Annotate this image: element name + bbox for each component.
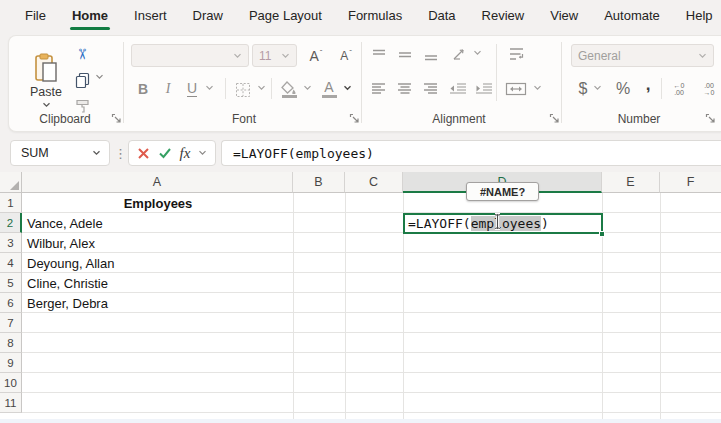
cut-button[interactable]: ✂ (71, 44, 93, 64)
orientation-chevron[interactable] (473, 50, 482, 56)
font-color-button[interactable]: A (319, 78, 339, 100)
font-dialog-launcher[interactable] (349, 113, 361, 125)
row-header-10[interactable]: 10 (0, 373, 22, 393)
paste-clipboard-icon (34, 53, 58, 83)
copy-options-chevron[interactable] (95, 74, 104, 80)
group-divider (561, 42, 562, 123)
italic-button[interactable]: I (159, 78, 177, 100)
decrease-indent-button[interactable] (447, 80, 469, 98)
merge-center-chevron[interactable] (533, 85, 542, 91)
column-header-c[interactable]: C (345, 172, 403, 193)
row-header-11[interactable]: 11 (0, 393, 22, 413)
align-right-button[interactable] (421, 80, 441, 98)
font-name-combo[interactable] (131, 44, 249, 67)
clipboard-group-label: Clipboard (19, 112, 111, 126)
paste-chevron-icon (42, 102, 51, 108)
cell-a6[interactable]: Berger, Debra (23, 293, 291, 313)
tab-home[interactable]: Home (59, 1, 121, 31)
name-box-chevron-icon[interactable] (92, 150, 101, 156)
copy-button[interactable] (71, 70, 93, 90)
enter-button[interactable] (158, 147, 172, 159)
tab-review[interactable]: Review (469, 1, 538, 31)
row-header-2[interactable]: 2 (0, 213, 22, 233)
row-header-7[interactable]: 7 (0, 313, 22, 333)
align-center-icon (397, 82, 413, 96)
tab-file[interactable]: File (12, 1, 59, 31)
row-header-6[interactable]: 6 (0, 293, 22, 313)
tab-insert[interactable]: Insert (121, 1, 180, 31)
formula-input[interactable]: =LAYOFF(employees) (221, 140, 721, 166)
borders-icon (234, 81, 252, 99)
fill-color-bar (282, 95, 297, 98)
fill-color-chevron[interactable] (303, 85, 312, 91)
column-header-b[interactable]: B (293, 172, 345, 193)
column-header-f[interactable]: F (660, 172, 721, 193)
fill-color-button[interactable] (277, 78, 301, 100)
active-cell-d2-editing[interactable]: =LAYOFF(employees) (403, 213, 603, 234)
cell-a3[interactable]: Wilbur, Alex (23, 233, 291, 253)
insert-function-button[interactable]: fx (179, 145, 190, 162)
merge-center-button[interactable] (503, 78, 529, 100)
cancel-button[interactable] (137, 147, 150, 160)
formula-bar-expand-chevron[interactable] (198, 150, 207, 156)
align-middle-button[interactable] (395, 46, 415, 64)
divider (225, 78, 226, 99)
align-bottom-icon (423, 48, 439, 62)
underline-button[interactable]: U (183, 78, 201, 100)
number-dialog-launcher[interactable] (705, 113, 717, 125)
row-header-4[interactable]: 4 (0, 253, 22, 273)
decrease-decimal-button[interactable]: .00 →0 (697, 80, 721, 98)
underline-chevron[interactable] (205, 85, 214, 91)
tab-help[interactable]: Help (673, 1, 721, 31)
row-header-3[interactable]: 3 (0, 233, 22, 253)
percent-style-button[interactable]: % (611, 78, 635, 100)
bold-button[interactable]: B (133, 78, 153, 100)
align-bottom-button[interactable] (421, 46, 441, 64)
paste-button[interactable]: Paste (23, 40, 69, 120)
alignment-dialog-launcher[interactable] (549, 113, 561, 125)
decrease-font-size-button[interactable]: Aˇ (333, 45, 359, 67)
tab-page-layout[interactable]: Page Layout (236, 1, 335, 31)
select-all-corner[interactable] (0, 172, 22, 193)
formula-bar: SUM ⋮ fx =LAYOFF(employees) (0, 134, 721, 172)
fill-handle[interactable] (599, 231, 605, 237)
formula-text-suffix: ) (541, 216, 549, 231)
tab-automate[interactable]: Automate (591, 1, 673, 31)
select-all-triangle-icon (10, 181, 19, 190)
borders-chevron[interactable] (257, 85, 266, 91)
tab-formulas[interactable]: Formulas (335, 1, 415, 31)
align-top-button[interactable] (369, 46, 389, 64)
increase-indent-button[interactable] (473, 80, 495, 98)
font-size-combo[interactable]: 11 (252, 44, 297, 67)
column-header-e[interactable]: E (602, 172, 660, 193)
formula-bar-drag-handle[interactable]: ⋮ (114, 140, 127, 166)
align-center-button[interactable] (395, 80, 415, 98)
tab-draw[interactable]: Draw (180, 1, 236, 31)
name-box[interactable]: SUM (10, 140, 110, 166)
cell-a2[interactable]: Vance, Adele (23, 213, 291, 233)
orientation-button[interactable] (449, 44, 471, 64)
increase-font-size-button[interactable]: Aˆ (303, 45, 329, 67)
cell-a4[interactable]: Deyoung, Allan (23, 253, 291, 273)
row-header-1[interactable]: 1 (0, 193, 22, 213)
gridline (345, 193, 346, 423)
column-header-a[interactable]: A (22, 172, 293, 193)
comma-style-button[interactable]: , (641, 74, 655, 96)
increase-decimal-button[interactable]: ←0 .00 (667, 80, 691, 98)
accounting-format-chevron[interactable] (593, 85, 602, 91)
row-header-5[interactable]: 5 (0, 273, 22, 293)
fill-color-icon (280, 81, 298, 94)
tab-view[interactable]: View (537, 1, 591, 31)
tab-data[interactable]: Data (415, 1, 468, 31)
clipboard-dialog-launcher[interactable] (111, 113, 123, 125)
cell-a1[interactable]: Employees (23, 193, 293, 213)
row-header-8[interactable]: 8 (0, 333, 22, 353)
cell-a5[interactable]: Cline, Christie (23, 273, 291, 293)
number-format-combo[interactable]: General (571, 44, 714, 67)
wrap-text-button[interactable] (505, 44, 529, 64)
align-left-button[interactable] (369, 80, 389, 98)
row-header-9[interactable]: 9 (0, 353, 22, 373)
borders-button[interactable] (233, 80, 253, 100)
accounting-format-button[interactable]: $ (575, 78, 591, 100)
font-color-chevron[interactable] (343, 85, 352, 91)
